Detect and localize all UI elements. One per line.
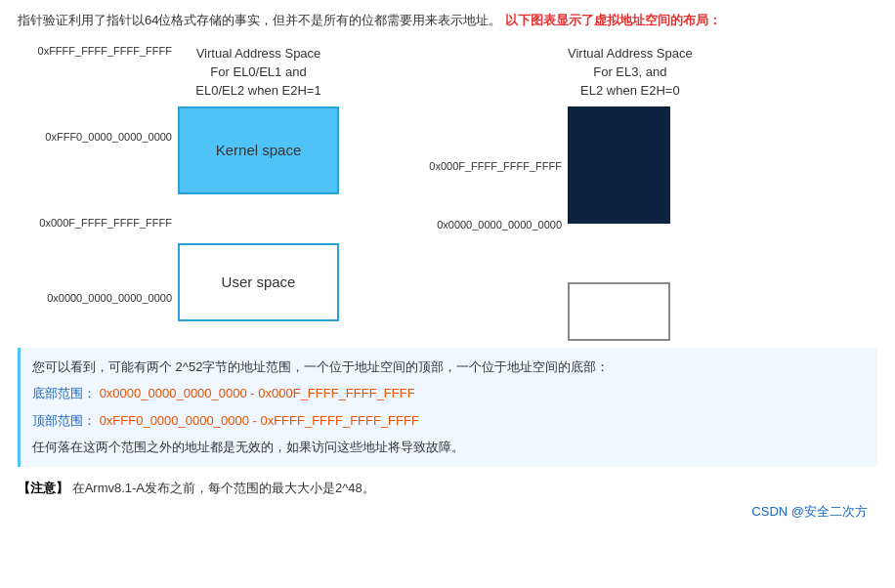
left-gap [178,194,339,243]
right-white-box [568,282,670,341]
user-box: User space [178,243,339,321]
left-addr-top: 0xFFFF_FFFF_FFFF_FFFF [38,45,172,57]
left-diagram: 0xFFFF_FFFF_FFFF_FFFF 0xFFF0_0000_0000_0… [18,45,339,348]
left-title-line1: Virtual Address Space [178,45,339,63]
note-text: 在Armv8.1-A发布之前，每个范围的最大大小是2^48。 [72,481,375,495]
bottom-range-label: 底部范围： [32,386,96,400]
right-box-col: Virtual Address Space For EL3, and EL2 w… [568,45,693,341]
info-section: 您可以看到，可能有两个 2^52字节的地址范围，一个位于地址空间的顶部，一个位于… [18,348,877,467]
intro-text-highlight: 以下图表显示了虚拟地址空间的布局： [505,13,721,27]
left-addr-mid-low: 0x000F_FFFF_FFFF_FFFF [39,217,172,229]
footer-brand: CSDN @安全二次方 [751,503,868,521]
right-title-line1: Virtual Address Space [568,45,693,63]
left-title-line3: EL0/EL2 when E2H=1 [178,82,339,101]
footer-row: CSDN @安全二次方 [18,503,877,521]
info-summary: 您可以看到，可能有两个 2^52字节的地址范围，一个位于地址空间的顶部，一个位于… [32,356,866,378]
right-diagram-title: Virtual Address Space For EL3, and EL2 w… [568,45,693,101]
right-dark-box [568,106,670,224]
kernel-box: Kernel space [178,106,339,194]
kernel-label: Kernel space [216,142,302,158]
invalid-note: 任何落在这两个范围之外的地址都是无效的，如果访问这些地址将导致故障。 [32,436,866,458]
top-range-label: 顶部范围： [32,413,96,428]
right-boxes [568,106,670,341]
right-gap [568,224,670,282]
right-title-line3: EL2 when E2H=0 [568,82,693,101]
top-range-line: 顶部范围： 0xFFF0_0000_0000_0000 - 0xFFFF_FFF… [32,409,866,432]
note-section: 【注意】 在Armv8.1-A发布之前，每个范围的最大大小是2^48。 [18,477,877,499]
user-label: User space [222,273,296,290]
right-title-line2: For EL3, and [568,63,693,82]
left-addr-bottom: 0x0000_0000_0000_0000 [47,292,172,304]
left-addr-mid-high: 0xFFF0_0000_0000_0000 [45,131,172,143]
right-diagram: 0x000F_FFFF_FFFF_FFFF 0x0000_0000_0000_0… [407,45,693,341]
diagrams-row: 0xFFFF_FFFF_FFFF_FFFF 0xFFF0_0000_0000_0… [18,45,877,348]
note-prefix: 【注意】 [18,481,68,495]
left-boxes: Kernel space User space [178,106,339,321]
left-diagram-title: Virtual Address Space For EL0/EL1 and EL… [178,45,339,101]
left-title-line2: For EL0/EL1 and [178,63,339,82]
left-box-col: Virtual Address Space For EL0/EL1 and EL… [178,45,339,321]
bottom-range-value: 0x0000_0000_0000_0000 - 0x000F_FFFF_FFFF… [100,386,415,400]
right-addr-bottom: 0x0000_0000_0000_0000 [437,219,562,231]
right-addr-mid: 0x000F_FFFF_FFFF_FFFF [429,160,562,172]
intro-text: 指针验证利用了指针以64位格式存储的事实，但并不是所有的位都需要用来表示地址。 … [18,10,877,31]
intro-text-part1: 指针验证利用了指针以64位格式存储的事实，但并不是所有的位都需要用来表示地址。 [18,13,501,27]
bottom-range-line: 底部范围： 0x0000_0000_0000_0000 - 0x000F_FFF… [32,382,866,404]
top-range-value: 0xFFF0_0000_0000_0000 - 0xFFFF_FFFF_FFFF… [100,413,419,428]
